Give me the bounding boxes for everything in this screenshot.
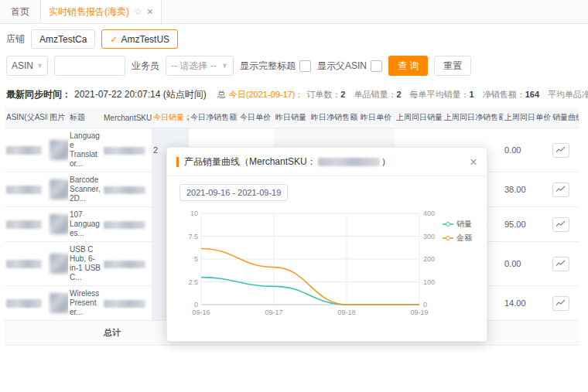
query-button[interactable]: 查 询	[388, 56, 428, 76]
sales-curve-icon[interactable]	[552, 257, 569, 271]
svg-text:2.5: 2.5	[188, 278, 198, 286]
svg-text:09-18: 09-18	[337, 308, 355, 316]
svg-text:0: 0	[194, 301, 198, 308]
svg-text:0: 0	[423, 301, 427, 308]
sales-curve-icon[interactable]	[552, 296, 569, 311]
modal-body: 2021-09-16 - 2021-09-19 02.557.510010020…	[167, 176, 487, 331]
column-header[interactable]: 昨日净销售额	[311, 113, 357, 121]
cell-lw_price: 14.00	[503, 286, 551, 321]
stat-avg-per-order: 每单平均销量：1	[410, 89, 474, 101]
svg-text:09-17: 09-17	[265, 308, 282, 316]
tab-active-label: 实时销售报告(海卖)	[49, 5, 129, 19]
table-header-row: ASIN(父ASIN)图片标题MerchantSKU今日销量今日净销售额今日单价…	[5, 107, 579, 128]
svg-text:7.5: 7.5	[188, 233, 198, 240]
column-header[interactable]: 上周同日净销售额	[444, 113, 503, 121]
column-header[interactable]: 昨日单价	[361, 113, 391, 121]
column-header: 标题	[70, 113, 85, 121]
show-full-title-group: 显示完整标题	[240, 60, 311, 73]
keyword-input[interactable]	[54, 56, 125, 76]
svg-text:09-19: 09-19	[410, 308, 428, 316]
tab-home[interactable]: 首页	[0, 0, 40, 23]
column-header[interactable]: 上周同日销量	[396, 113, 443, 121]
svg-text:100: 100	[423, 278, 435, 286]
show-full-title-checkbox[interactable]	[299, 60, 311, 72]
column-header[interactable]: ASIN(父ASIN)	[6, 113, 48, 121]
cell-lw_price: 0.00	[503, 242, 551, 286]
sort-icon[interactable]	[394, 114, 395, 121]
column-header[interactable]: 昨日销量	[275, 113, 306, 121]
svg-text:400: 400	[423, 210, 435, 217]
product-title: Barcode Scanner, 2D...	[68, 172, 102, 207]
store-button-label: AmzTestUS	[121, 34, 169, 45]
product-title: Wireless Presenter...	[68, 286, 102, 321]
product-image	[50, 293, 68, 313]
merchant-sku-redacted	[104, 147, 145, 155]
product-image	[50, 179, 68, 199]
modal-close-icon[interactable]: ×	[470, 155, 477, 169]
asin-redacted	[6, 299, 42, 308]
column-header: MerchantSKU	[104, 114, 152, 122]
stat-net-sales: 净销售额：164	[483, 89, 539, 101]
column-header[interactable]: 上周同日单价	[504, 113, 551, 121]
show-parent-asin-group: 显示父ASIN	[317, 60, 382, 73]
show-parent-asin-checkbox[interactable]	[371, 60, 382, 72]
stat-orders: 订单数：2	[306, 89, 345, 101]
total-label: 总计	[102, 321, 152, 346]
asin-redacted	[6, 146, 42, 155]
stat-avg-net-sales: 平均单品净销售额：82	[548, 89, 588, 101]
sales-curve-icon[interactable]	[552, 217, 569, 232]
sales-curve-icon[interactable]	[552, 143, 569, 158]
date-range-picker[interactable]: 2021-09-16 - 2021-09-19	[179, 184, 288, 201]
cell-lw_price: 38.00	[503, 172, 551, 207]
svg-text:金额: 金额	[456, 233, 472, 242]
today-date-label: 今日(2021-09-17)：	[229, 89, 304, 101]
svg-text:5: 5	[194, 255, 198, 263]
sales-curve-modal: 产品销量曲线（MerchantSKU： ） × 2021-09-16 - 202…	[166, 147, 487, 342]
column-header: 图片	[50, 113, 65, 121]
store-selector-row: 店铺 AmzTestCa ✓ AmzTestUS	[0, 24, 588, 53]
svg-text:09-16: 09-16	[192, 308, 210, 316]
show-parent-asin-label: 显示父ASIN	[317, 60, 367, 73]
sort-icon[interactable]	[273, 114, 274, 121]
salesman-value: -- 请选择 --	[171, 60, 217, 73]
cell-lw_price: 0.00	[503, 128, 551, 172]
salesman-select[interactable]: -- 请选择 -- ▼	[166, 56, 234, 76]
merchant-sku-redacted	[104, 261, 145, 268]
product-image	[50, 140, 68, 160]
sort-icon[interactable]	[309, 114, 309, 121]
stat-unit-sales: 单品销量：2	[354, 89, 401, 101]
column-header[interactable]: 今日净销售额	[190, 113, 237, 121]
merchant-sku-redacted	[104, 300, 145, 308]
svg-text:10: 10	[190, 210, 198, 217]
store-label: 店铺	[6, 32, 25, 46]
filter-row: ASIN ▼ 业务员 -- 请选择 -- ▼ 显示完整标题 显示父ASIN 查 …	[0, 53, 588, 84]
store-button-amztestus[interactable]: ✓ AmzTestUS	[101, 29, 178, 49]
svg-text:300: 300	[423, 233, 435, 240]
salesman-label: 业务员	[132, 60, 159, 73]
merchant-sku-redacted	[318, 158, 380, 166]
column-header: 销量曲线	[552, 113, 579, 121]
store-button-amztestca[interactable]: AmzTestCa	[31, 29, 95, 49]
chevron-down-icon: ▼	[36, 62, 43, 70]
sales-curve-icon[interactable]	[552, 182, 569, 197]
sync-time-label: 最新同步时间：	[6, 88, 71, 101]
sort-icon[interactable]	[186, 114, 189, 121]
asin-type-select[interactable]: ASIN ▼	[6, 56, 48, 76]
summary-row: 最新同步时间： 2021-07-22 20:07:14 (站点时间) 总 今日(…	[0, 84, 588, 107]
show-full-title-label: 显示完整标题	[240, 60, 296, 73]
svg-text:200: 200	[423, 255, 435, 263]
product-title: Language Translator...	[68, 128, 102, 172]
column-header[interactable]: 今日销量	[153, 113, 184, 121]
asin-redacted	[6, 260, 42, 268]
cell-lw_price: 95.00	[503, 207, 551, 242]
column-header[interactable]: 今日单价	[240, 113, 271, 121]
merchant-sku-redacted	[104, 221, 145, 229]
asin-redacted	[6, 186, 42, 194]
tab-bar: 首页 实时销售报告(海卖) ☆ ×	[0, 0, 588, 24]
reset-button[interactable]: 重置	[434, 56, 471, 76]
tab-close-icon[interactable]: ×	[147, 6, 153, 17]
sync-time-value: 2021-07-22 20:07:14 (站点时间)	[74, 88, 207, 101]
accent-bar	[176, 157, 179, 167]
favorite-star-icon[interactable]: ☆	[134, 6, 142, 17]
tab-active-report[interactable]: 实时销售报告(海卖) ☆ ×	[40, 0, 162, 23]
